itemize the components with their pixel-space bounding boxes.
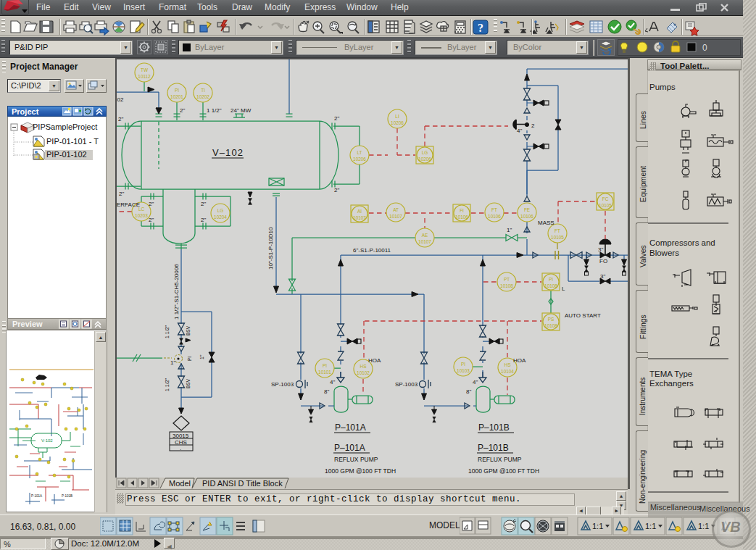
svg-text:10203: 10203: [135, 213, 148, 218]
svg-text:1 1/2"-S1-CH5-20006: 1 1/2"-S1-CH5-20006: [173, 264, 180, 320]
svg-text:2": 2": [201, 217, 206, 223]
svg-text:LT: LT: [357, 150, 362, 155]
svg-text:L: L: [562, 286, 565, 292]
svg-text:1:1: 1:1: [698, 522, 709, 530]
svg-text:10206: 10206: [353, 157, 366, 162]
svg-text:10202: 10202: [196, 94, 209, 99]
svg-text:1": 1": [507, 227, 512, 233]
svg-text:P–101B: P–101B: [478, 443, 509, 453]
svg-text:LG: LG: [217, 208, 224, 213]
svg-text:10106: 10106: [455, 214, 468, 220]
svg-text:PID ANSI D Title Block: PID ANSI D Title Block: [202, 479, 283, 488]
svg-text:2": 2": [201, 201, 206, 207]
svg-text:1": 1": [170, 359, 175, 366]
svg-text:TI: TI: [201, 88, 205, 93]
svg-text:10102: 10102: [357, 370, 370, 375]
svg-text:24" MW: 24" MW: [230, 107, 252, 114]
svg-text:2": 2": [334, 115, 339, 122]
svg-text:FT: FT: [554, 228, 560, 233]
svg-text:1": 1": [199, 354, 204, 359]
svg-text:3": 3": [600, 273, 605, 280]
svg-text:10107: 10107: [418, 239, 431, 244]
svg-text:4": 4": [517, 128, 522, 134]
svg-text:MASS: MASS: [538, 220, 554, 226]
svg-text:ERFACE: ERFACE: [117, 201, 140, 208]
svg-text:Model: Model: [169, 479, 191, 488]
svg-text:10206: 10206: [418, 157, 431, 162]
svg-text:10206: 10206: [391, 120, 404, 125]
svg-text:1000 GPM @100 FT TDH: 1000 GPM @100 FT TDH: [468, 467, 539, 475]
svg-text:BSV: BSV: [186, 325, 191, 336]
svg-text:AUTO START: AUTO START: [565, 312, 601, 319]
svg-text:REFLUX PUMP: REFLUX PUMP: [334, 456, 378, 463]
svg-text:10108: 10108: [500, 283, 513, 288]
svg-text:0: 0: [702, 43, 707, 53]
svg-text:PI: PI: [549, 277, 553, 282]
svg-text:AT: AT: [393, 207, 399, 212]
svg-text:1:1: 1:1: [645, 522, 656, 530]
svg-text:102: 102: [117, 96, 124, 103]
svg-text:10201: 10201: [170, 94, 183, 99]
svg-text:2": 2": [119, 191, 124, 197]
svg-text:LI: LI: [395, 114, 399, 119]
svg-text:LG: LG: [422, 150, 428, 155]
svg-text:2": 2": [334, 187, 339, 193]
svg-text:1 1/2": 1 1/2": [207, 107, 222, 114]
svg-text:10108: 10108: [544, 323, 557, 328]
svg-text:P-101B: P-101B: [62, 494, 72, 498]
svg-text:30015: 30015: [173, 433, 189, 439]
svg-text:10104: 10104: [501, 369, 514, 374]
svg-text:1 1/2": 1 1/2": [165, 325, 170, 338]
svg-text:8": 8": [324, 388, 329, 395]
svg-text:Blowers: Blowers: [649, 249, 679, 257]
svg-text:2": 2": [180, 107, 185, 114]
svg-text:TW: TW: [141, 67, 149, 72]
svg-text:PI: PI: [323, 363, 327, 368]
svg-text:PI: PI: [175, 88, 179, 93]
svg-text:1:1: 1:1: [592, 522, 603, 530]
svg-text:3": 3": [598, 246, 603, 253]
svg-text:SP-1003: SP-1003: [395, 381, 418, 388]
svg-text:AI: AI: [357, 209, 362, 214]
svg-text:2": 2": [149, 217, 154, 223]
svg-text:V-102: V-102: [41, 438, 53, 443]
svg-text:FC: FC: [602, 196, 609, 201]
svg-text:HS: HS: [504, 362, 511, 367]
svg-text:REFLUX PUMP: REFLUX PUMP: [478, 456, 522, 463]
svg-text:TEMA Type: TEMA Type: [649, 370, 692, 378]
svg-text:Compressors and: Compressors and: [649, 238, 715, 247]
svg-text:1000 GPM @100 FT TDH: 1000 GPM @100 FT TDH: [325, 467, 396, 475]
svg-text:AE: AE: [422, 233, 428, 238]
svg-text:4": 4": [330, 379, 335, 386]
svg-text:10101: 10101: [318, 370, 331, 375]
svg-text:10"-S1-P-10D10: 10"-S1-P-10D10: [267, 227, 274, 270]
svg-text:6"-S1-P-10011: 6"-S1-P-10011: [353, 247, 391, 254]
svg-text:.: .: [180, 445, 181, 451]
svg-text:P–101A: P–101A: [335, 422, 366, 433]
svg-text:10204: 10204: [214, 214, 227, 220]
svg-text:10103: 10103: [457, 368, 470, 373]
svg-text:10105: 10105: [551, 235, 564, 240]
svg-text:10106: 10106: [488, 214, 501, 219]
svg-text:PI: PI: [461, 362, 465, 367]
svg-text:?: ?: [478, 22, 483, 34]
svg-text:2": 2": [149, 201, 154, 207]
svg-text:FI: FI: [460, 208, 464, 213]
svg-text:FE: FE: [524, 207, 530, 212]
svg-text:10108: 10108: [544, 283, 557, 288]
svg-text:HOA: HOA: [513, 357, 526, 364]
svg-text:HS: HS: [360, 364, 367, 369]
svg-text:P–101B: P–101B: [478, 422, 510, 433]
svg-text:HOA: HOA: [368, 357, 381, 364]
svg-text:4": 4": [473, 379, 478, 386]
svg-text:8": 8": [466, 388, 471, 395]
svg-text:Pumps: Pumps: [649, 83, 676, 91]
svg-text:10107: 10107: [389, 214, 402, 219]
svg-text:2: 2: [531, 122, 535, 129]
svg-text:Exchangers: Exchangers: [649, 379, 694, 388]
svg-text:PS: PS: [548, 317, 554, 322]
svg-text:1 1/2": 1 1/2": [165, 378, 170, 391]
svg-text:P-101A: P-101A: [31, 494, 42, 498]
svg-text:V–102: V–102: [212, 147, 243, 158]
svg-text:PI: PI: [187, 357, 192, 361]
